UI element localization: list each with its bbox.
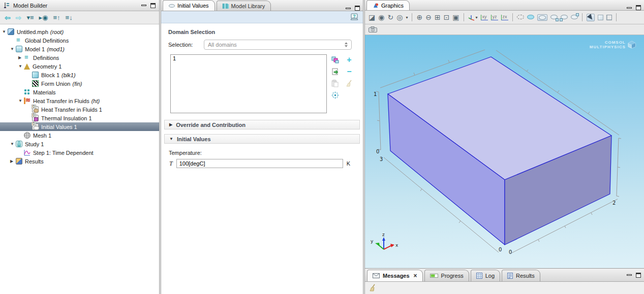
- expand-arrow[interactable]: ▶: [10, 159, 16, 164]
- select-box-button[interactable]: [517, 14, 524, 20]
- zoom-out-button[interactable]: ⊖: [425, 14, 432, 21]
- tree-item-root[interactable]: ▼Untitled.mph(root): [0, 27, 159, 36]
- clear-selection-broom-icon[interactable]: [345, 79, 354, 88]
- reset-hiding-button[interactable]: ↻: [387, 14, 393, 21]
- zoom-box-button[interactable]: ⊞: [435, 14, 441, 21]
- move-down-button[interactable]: ≡↓: [66, 14, 73, 21]
- copy-selection-button[interactable]: [330, 67, 340, 76]
- view-xy-button[interactable]: xy: [481, 15, 488, 20]
- back-button[interactable]: ⇦: [5, 14, 11, 21]
- hide-objects-button[interactable]: ◉: [378, 14, 384, 21]
- override-contribution-section[interactable]: ▶ Override and Contribution: [164, 120, 360, 129]
- tree-item-heat-transfer[interactable]: ▼Heat Transfer in Fluids(ht): [0, 96, 159, 105]
- maximize-button[interactable]: [150, 3, 156, 8]
- tree-item-step-1-time-dependent[interactable]: Step 1: Time Dependent: [0, 148, 159, 157]
- collapse-arrow-icon[interactable]: ▼: [169, 137, 173, 141]
- tree-item-initial-values-1[interactable]: Initial Values 1: [0, 122, 159, 131]
- selection-row: Selection: All domains: [161, 40, 363, 50]
- dropdown-caret-icon[interactable]: ▾: [406, 15, 408, 20]
- snapshot-camera-button[interactable]: [369, 26, 377, 32]
- maximize-button[interactable]: [636, 273, 641, 278]
- tree-label: Definitions: [33, 55, 59, 61]
- minimize-button[interactable]: [141, 5, 146, 6]
- temperature-symbol: T: [169, 160, 173, 168]
- comsol-logo-icon: [628, 41, 636, 49]
- pointer-icon: [587, 14, 594, 21]
- create-selection-button[interactable]: [330, 55, 340, 64]
- temperature-input[interactable]: [176, 159, 343, 168]
- expand-arrow[interactable]: ▼: [18, 99, 24, 103]
- adjacent-selection-button-2[interactable]: [561, 14, 568, 20]
- tab-log[interactable]: Log: [471, 270, 500, 281]
- remove-from-selection-button[interactable]: −: [345, 67, 354, 76]
- expand-arrow[interactable]: ▼: [2, 29, 8, 34]
- tab-results[interactable]: Results: [502, 270, 540, 281]
- zoom-extents-button[interactable]: ⊡: [444, 14, 450, 21]
- paste-selection-button[interactable]: [330, 79, 340, 88]
- clear-messages-broom-icon[interactable]: [369, 284, 376, 292]
- default-view-button[interactable]: ▣: [452, 14, 459, 21]
- tree-item-mesh-1[interactable]: Mesh 1: [0, 131, 159, 140]
- tree-item-global-definitions[interactable]: Global Definitions: [0, 36, 159, 45]
- expand-arrow[interactable]: ▼: [10, 47, 16, 51]
- domain-list-item[interactable]: 1: [173, 55, 324, 61]
- tree-item-geometry-1[interactable]: ▼Geometry 1: [0, 62, 159, 71]
- expand-arrow[interactable]: ▶: [18, 55, 24, 60]
- view-yz-button[interactable]: yz: [491, 15, 498, 20]
- zoom-to-selection-button[interactable]: [330, 90, 340, 100]
- graphics-panel: Graphics ◪ ◉ ↻ ◎ ▾ ⊕ ⊖ ⊞ ⊡ ▣: [365, 0, 644, 268]
- view-zx-button[interactable]: zx: [501, 15, 508, 20]
- tree-item-definitions[interactable]: ▶Definitions: [0, 53, 159, 62]
- adjacent-selection-button-3[interactable]: [571, 14, 578, 20]
- minimize-button[interactable]: [627, 274, 632, 276]
- settings-tabbar: Initial Values Model Library: [161, 0, 363, 11]
- selection-dropdown[interactable]: All domains: [204, 40, 352, 50]
- tree-item-block-1[interactable]: Block 1(blk1): [0, 71, 159, 79]
- minimize-button[interactable]: [627, 7, 632, 9]
- tab-graphics[interactable]: Graphics: [366, 0, 410, 10]
- transparency-button[interactable]: ◪: [369, 14, 375, 21]
- initial-values-section[interactable]: ▼ Initial Values: [164, 134, 360, 144]
- block-geometry[interactable]: [388, 57, 611, 245]
- domain-list[interactable]: 1: [170, 54, 327, 113]
- adjacent-selection-button-1[interactable]: [550, 14, 558, 20]
- tab-model-library[interactable]: Model Library: [217, 1, 271, 11]
- tree-suffix: (blk1): [62, 72, 76, 78]
- tree-item-thermal-insulation-1[interactable]: Thermal Insulation 1: [0, 114, 159, 122]
- help-button[interactable]: ?: [350, 13, 359, 21]
- minimize-button[interactable]: [346, 8, 351, 9]
- comsol-watermark: COMSOL MULTIPHYSICS: [590, 40, 636, 49]
- collapse-arrow-icon[interactable]: ▶: [169, 122, 172, 127]
- maximize-button[interactable]: [636, 5, 641, 10]
- expand-arrow[interactable]: ▼: [18, 64, 24, 69]
- maximize-button[interactable]: [355, 6, 360, 11]
- svg-text:2: 2: [612, 200, 616, 206]
- graphics-canvas[interactable]: 1 0 3 0 0 2 z: [365, 35, 644, 268]
- tab-initial-values[interactable]: Initial Values: [163, 0, 215, 11]
- go-to-view-button[interactable]: ▾: [468, 14, 478, 21]
- expand-arrow[interactable]: ▼: [10, 142, 16, 146]
- tree-item-materials[interactable]: Materials: [0, 88, 159, 96]
- pointer-mode-button[interactable]: [587, 14, 595, 21]
- select-button[interactable]: [537, 14, 547, 21]
- messages-panel: Messages × Progress Log Results: [365, 268, 644, 294]
- tab-messages[interactable]: Messages ×: [367, 270, 423, 281]
- tree-item-model-1[interactable]: ▼Model 1(mod1): [0, 45, 159, 53]
- tree-item-study-1[interactable]: ▼Study 1: [0, 140, 159, 148]
- tree-item-results[interactable]: ▶Results: [0, 157, 159, 166]
- close-tab-button[interactable]: ×: [414, 272, 417, 279]
- view-options-button[interactable]: ◎: [396, 14, 403, 21]
- wireframe-render-button[interactable]: [606, 15, 612, 20]
- move-up-button[interactable]: ≡↑: [53, 14, 60, 21]
- collapse-all-button[interactable]: ▾≡: [26, 14, 34, 21]
- deselect-box-button[interactable]: [527, 14, 534, 20]
- forward-button[interactable]: ⇨: [16, 14, 22, 21]
- add-to-selection-button[interactable]: +: [345, 55, 354, 64]
- zoom-in-button[interactable]: ⊕: [416, 14, 422, 21]
- tree-item-heat-transfer-fluids-1[interactable]: Heat Transfer in Fluids 1: [0, 105, 159, 114]
- solid-render-button[interactable]: [598, 15, 603, 20]
- tree-item-form-union[interactable]: Form Union(fin): [0, 79, 159, 88]
- tree-label: Untitled.mph: [17, 29, 48, 35]
- tab-progress[interactable]: Progress: [424, 270, 469, 281]
- show-options-button[interactable]: ▸◉: [39, 14, 48, 21]
